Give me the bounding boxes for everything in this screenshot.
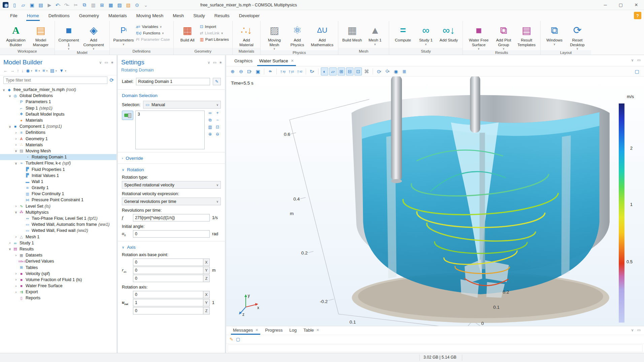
add-study-button[interactable]: ∞↓ Add Study: [438, 23, 459, 43]
tree-item[interactable]: ▛ Initial Values 1: [0, 173, 116, 179]
new-file-icon[interactable]: ▯: [10, 1, 19, 9]
tree-item[interactable]: ≋ Gravity 1: [0, 185, 116, 191]
select-icon[interactable]: ▨: [115, 1, 124, 9]
tree-expander-icon[interactable]: ›: [13, 137, 19, 141]
windows-button[interactable]: ⧉ Windows ∨: [544, 23, 565, 46]
panel-menu-icon[interactable]: ∨: [631, 328, 634, 332]
open-file-icon[interactable]: ▱: [19, 1, 27, 9]
add-component-button[interactable]: ◈ Add Component ∨: [81, 23, 106, 50]
open-in-window-icon[interactable]: ▢: [236, 337, 240, 342]
tree-item[interactable]: › ■ Volume Fraction of Fluid 1 (ls): [0, 277, 116, 283]
panel-float-icon[interactable]: ▭: [104, 60, 108, 65]
label-input[interactable]: Rotating Domain 1: [136, 78, 210, 85]
panel-float-icon[interactable]: ▭: [213, 60, 216, 65]
help-button[interactable]: ?: [634, 12, 641, 19]
water-free-surface-button[interactable]: ■ Water Free Surface ∨: [466, 23, 491, 50]
part-libraries-button[interactable]: ▥ Part Libraries: [200, 37, 229, 42]
initial-angle-input[interactable]: 0: [133, 230, 210, 238]
show-legends-icon[interactable]: ⊟: [346, 67, 353, 76]
tree-item[interactable]: › ∿ Level Set (ls): [0, 203, 116, 209]
build-all-button[interactable]: ▦ Build All: [177, 23, 198, 43]
tab-progress[interactable]: Progress: [262, 326, 286, 335]
reset-desktop-button[interactable]: ⟳ Reset Desktop ∨: [567, 23, 588, 50]
close-tab-icon[interactable]: ✕: [291, 59, 294, 63]
show-frame-icon[interactable]: ⊡: [354, 67, 362, 76]
copy-icon[interactable]: ⧉: [80, 1, 89, 9]
tree-item[interactable]: ▥ Flow Continuity 1: [0, 191, 116, 197]
go-to-default-view-icon[interactable]: ⌖∨: [267, 67, 274, 76]
lock-view-icon[interactable]: ⌘: [363, 67, 370, 76]
tree-item[interactable]: › ≡ Definitions: [0, 129, 116, 135]
tree-expander-icon[interactable]: ›: [13, 272, 19, 275]
model-manager-button[interactable]: ▤ Model Manager: [30, 23, 51, 47]
menu-tab[interactable]: Geometry: [74, 10, 104, 21]
minimize-button[interactable]: ─: [598, 0, 613, 10]
tab-graphics[interactable]: Graphics: [231, 56, 256, 66]
menu-tab[interactable]: Mesh: [168, 10, 189, 21]
view-xy-plane-icon[interactable]: ↑xy: [279, 67, 286, 76]
rotational-velocity-expression-dropdown[interactable]: General revolutions per time ∨: [122, 198, 221, 205]
plot-in-window-icon[interactable]: ▢: [633, 67, 641, 76]
zoom-out-icon[interactable]: ⊖: [237, 67, 245, 76]
print-icon[interactable]: ≣: [401, 67, 408, 76]
tree-item[interactable]: ∨ ≈ Turbulent Flow, k-ε (spf): [0, 160, 116, 166]
tree-item[interactable]: ⌐ Step 1 (step1): [0, 105, 116, 111]
rotation-type-dropdown[interactable]: Specified rotational velocity ∨: [122, 181, 221, 189]
save-as-icon[interactable]: ▤: [37, 1, 45, 9]
view-yz-plane-icon[interactable]: ↑yz: [287, 67, 295, 76]
base-point-x-input[interactable]: 0: [133, 259, 203, 266]
customize-toolbar-icon[interactable]: ⌄: [142, 1, 150, 9]
tree-expander-icon[interactable]: ∨: [13, 210, 19, 214]
clear-messages-icon[interactable]: ✎: [230, 337, 233, 342]
variables-button[interactable]: a= Variables ∨: [136, 24, 170, 29]
add-mathematics-button[interactable]: ΔU Add Mathematics: [310, 23, 335, 47]
zoom-to-selection-icon[interactable]: ⊕: [207, 132, 213, 138]
result-templates-button[interactable]: ▤ Result Templates: [516, 23, 537, 47]
model-tree-nodes-icon[interactable]: ▤: [50, 68, 54, 73]
show-grid-icon[interactable]: ⊞: [338, 67, 345, 76]
tab-table[interactable]: Table ✕: [300, 326, 323, 335]
tree-item[interactable]: › ■ Water Free Surface: [0, 283, 116, 289]
tab-log[interactable]: Log: [286, 326, 300, 335]
tree-item[interactable]: ◔ Rotating Domain 1: [0, 154, 116, 160]
move-up-icon[interactable]: ↑: [17, 68, 19, 73]
tree-item[interactable]: › ■ Velocity (spf): [0, 271, 116, 277]
parameters-button[interactable]: Pi Parameters ∨: [113, 23, 134, 46]
panel-menu-icon[interactable]: ∨: [631, 58, 634, 62]
active-selection-toggle[interactable]: [122, 111, 133, 120]
collapse-all-icon[interactable]: ≡: [42, 68, 45, 73]
tree-item[interactable]: ⊞ Tables: [0, 264, 116, 270]
close-button[interactable]: ✕: [629, 0, 644, 10]
tab-messages[interactable]: Messages ✕: [230, 326, 262, 335]
section-rotation[interactable]: ∨ Rotation: [122, 167, 221, 172]
add-plot-group-button[interactable]: ⧉ Add Plot Group ∨: [493, 23, 514, 50]
tree-item[interactable]: › A Geometry 1: [0, 136, 116, 142]
add-physics-button[interactable]: ⚛ Add Physics: [287, 23, 308, 47]
menu-tab[interactable]: Materials: [104, 10, 132, 21]
rename-button[interactable]: ✎: [213, 78, 221, 85]
tab-water-surface[interactable]: Water Surface ✕: [256, 56, 297, 66]
close-tab-icon[interactable]: ✕: [255, 328, 258, 332]
rotation-axis-y-input[interactable]: 1: [133, 299, 203, 306]
tree-item[interactable]: ⋈ Pressure Point Constraint 1: [0, 197, 116, 203]
refresh-icon[interactable]: ⟳: [109, 77, 114, 83]
menu-tab[interactable]: Home: [22, 10, 44, 21]
tree-item[interactable]: ● Materials: [0, 117, 116, 123]
find-icon[interactable]: ⊙: [133, 1, 141, 9]
component-1-button[interactable]: ■ Component 1 ∨: [58, 23, 79, 50]
paste-selection-icon[interactable]: ▥: [207, 125, 213, 131]
scene-light-icon[interactable]: ◐: [321, 67, 328, 76]
tree-expander-icon[interactable]: ›: [13, 143, 19, 147]
tree-item[interactable]: › ▦ Datasets: [0, 252, 116, 258]
tree-expander-icon[interactable]: ∨: [13, 149, 19, 153]
tree-item[interactable]: › ∞ Study 1: [0, 240, 116, 246]
tree-item[interactable]: ▯ Reports: [0, 295, 116, 301]
section-override[interactable]: › Override: [122, 156, 221, 161]
tree-expander-icon[interactable]: ›: [13, 278, 19, 281]
copy-selection-icon[interactable]: ⧉: [207, 118, 213, 124]
tree-item[interactable]: P Parameters 1: [0, 99, 116, 105]
selection-dropdown[interactable]: ▭ Manual ∨: [143, 101, 221, 109]
tree-item[interactable]: › ⇉ Export: [0, 289, 116, 295]
tree-item[interactable]: ▭ Wetted Wall, Automatic from frame (ww1…: [0, 221, 116, 228]
rotation-axis-x-input[interactable]: 0: [133, 291, 203, 298]
